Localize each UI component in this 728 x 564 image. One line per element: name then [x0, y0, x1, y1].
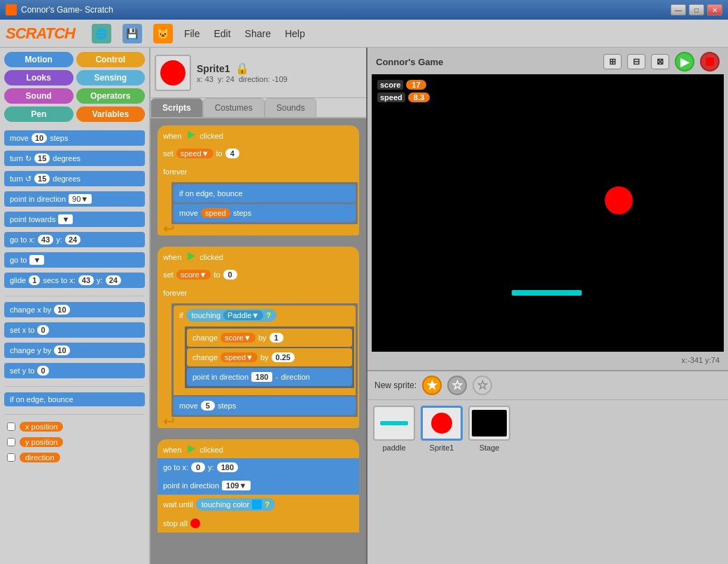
block-change-speed[interactable]: change speed▼ by 0.25	[187, 348, 352, 366]
save-icon[interactable]: 💾	[122, 24, 142, 43]
forever-inner-2: if touching Paddle▼ ? change	[172, 303, 358, 417]
block-move-speed-steps[interactable]: move speed steps	[174, 204, 356, 222]
category-pen[interactable]: Pen	[4, 106, 74, 122]
block-glide[interactable]: glide 1 secs to x: 43 y: 24	[4, 273, 145, 288]
block-when-clicked-2[interactable]: when clicked	[158, 247, 359, 266]
block-direction[interactable]: direction	[4, 451, 145, 464]
category-looks[interactable]: Looks	[4, 70, 74, 85]
tab-scripts[interactable]: Scripts	[150, 98, 203, 117]
block-stop-all[interactable]: stop all	[158, 514, 359, 532]
block-set-speed[interactable]: set speed▼ to 4	[158, 144, 359, 163]
menu-file[interactable]: File	[184, 28, 200, 39]
stop-icon	[706, 57, 714, 66]
stop-button[interactable]	[700, 52, 720, 71]
block-goto-xy[interactable]: go to x: 43 y: 24	[4, 232, 145, 247]
script-area[interactable]: when clicked set speed▼ to 4 forever	[150, 118, 366, 564]
checkbox-direction[interactable]	[7, 453, 15, 462]
block-change-x[interactable]: change x by 10	[4, 302, 145, 317]
block-y-position[interactable]: y position	[4, 436, 145, 448]
menu-edit[interactable]: Edit	[214, 28, 230, 39]
stage-hud: score 17 speed 8.3	[377, 80, 430, 102]
menubar: SCRATCH 🌐 💾 🐱 File Edit Share Help	[0, 20, 728, 48]
forever-bottom-2: ↩	[158, 418, 359, 428]
minimize-button[interactable]: —	[671, 4, 686, 15]
category-control[interactable]: Control	[76, 52, 146, 67]
touching-paddle: touching Paddle▼ ?	[186, 309, 276, 322]
menu-share[interactable]: Share	[245, 28, 271, 39]
block-set-x[interactable]: set x to 0	[4, 322, 145, 338]
block-point-towards[interactable]: point towards ▼	[4, 212, 145, 227]
sprite-label-sprite1: Sprite1	[430, 443, 454, 452]
category-motion[interactable]: Motion	[4, 52, 74, 67]
paddle-visual	[380, 421, 408, 425]
block-point-direction[interactable]: point in direction 90▼	[4, 191, 145, 207]
add-sprite-paint-button[interactable]: ★	[422, 376, 442, 395]
block-change-y[interactable]: change y by 10	[4, 343, 145, 358]
category-variables[interactable]: Variables	[76, 106, 146, 122]
green-flag-icon-1	[186, 131, 195, 141]
sprites-list: paddle Sprite1 Stage	[368, 400, 728, 564]
stage-visual	[472, 410, 507, 436]
block-wait-until-touching-color[interactable]: wait until touching color ?	[158, 495, 359, 514]
lock-icon: 🔒	[235, 62, 249, 75]
block-set-score[interactable]: set score▼ to 0	[158, 266, 359, 284]
sprite-thumb-paddle[interactable]	[373, 406, 415, 441]
red-stop-circle	[190, 518, 200, 528]
block-goto[interactable]: go to ▼	[4, 252, 145, 268]
layout-btn-1[interactable]: ⊞	[603, 54, 622, 69]
stage-canvas: score 17 speed 8.3	[372, 74, 724, 352]
block-point-109[interactable]: point in direction 109▼	[158, 476, 359, 495]
if-body: change score▼ by 1 change speed▼ by 0.25	[174, 325, 356, 390]
app-icon	[6, 4, 17, 15]
block-goto-0-180[interactable]: go to x: 0 y: 180	[158, 458, 359, 476]
color-patch	[252, 500, 262, 509]
block-if-on-edge-bounce-1[interactable]: if on edge, bounce	[174, 184, 356, 202]
tab-sounds[interactable]: Sounds	[265, 98, 317, 117]
block-change-score[interactable]: change score▼ by 1	[187, 329, 352, 347]
block-move[interactable]: move 10 steps	[4, 130, 145, 146]
forever-arrow-2: ↩	[163, 414, 175, 428]
block-turn-ccw[interactable]: turn ↺ 15 degrees	[4, 171, 145, 186]
tab-costumes[interactable]: Costumes	[203, 98, 265, 117]
checkbox-y-position[interactable]	[7, 438, 15, 446]
globe-icon[interactable]: 🌐	[92, 24, 111, 43]
sprite-coords: x: 43 y: 24 direction: -109	[197, 75, 362, 83]
layout-btn-3[interactable]: ⊠	[651, 54, 669, 69]
stage-ball	[605, 186, 633, 214]
sprite-thumb-stage[interactable]	[468, 406, 510, 441]
sprite-thumb-sprite1[interactable]	[421, 406, 463, 441]
script-group-2: when clicked set score▼ to 0 forever	[158, 247, 359, 428]
green-flag-button[interactable]: ▶	[675, 52, 694, 71]
block-x-position[interactable]: x position	[4, 420, 145, 433]
checkbox-x-position[interactable]	[7, 422, 15, 431]
add-sprite-random-button[interactable]: ☆	[447, 376, 467, 395]
sprite-thumbnail	[155, 55, 191, 91]
block-when-clicked-3[interactable]: when clicked	[158, 439, 359, 458]
block-point-direction-180[interactable]: point in direction 180 - direction	[187, 368, 352, 386]
block-if-touching-paddle[interactable]: if touching Paddle▼ ?	[174, 305, 356, 325]
sprite-label-stage: Stage	[479, 443, 500, 452]
block-when-clicked-1[interactable]: when clicked	[158, 125, 359, 144]
category-sensing[interactable]: Sensing	[76, 70, 146, 85]
forever-body-1: if on edge, bounce move speed steps	[158, 181, 359, 226]
menu-help[interactable]: Help	[285, 28, 305, 39]
close-button[interactable]: ✕	[707, 4, 722, 15]
forever-inner-1: if on edge, bounce move speed steps	[172, 182, 358, 224]
maximize-button[interactable]: □	[689, 4, 704, 15]
block-forever-2[interactable]: forever	[158, 284, 359, 302]
stage-title-controls: ⊞ ⊟ ⊠ ▶	[603, 52, 720, 71]
block-if-on-edge-bounce[interactable]: if on edge, bounce	[4, 392, 145, 406]
block-move-5-steps[interactable]: move 5 steps	[174, 397, 356, 415]
block-turn-cw[interactable]: turn ↻ 15 degrees	[4, 151, 145, 166]
add-sprite-file-button[interactable]: ☆	[472, 376, 492, 395]
category-operators[interactable]: Operators	[76, 88, 146, 104]
sprites-header: New sprite: ★ ☆ ☆	[368, 371, 728, 400]
sprite-ball	[160, 60, 186, 85]
speed-value: 8.3	[408, 92, 430, 102]
script-group-1: when clicked set speed▼ to 4 forever	[158, 125, 359, 235]
cat-icon[interactable]: 🐱	[153, 24, 173, 43]
block-forever-1[interactable]: forever	[158, 163, 359, 181]
layout-btn-2[interactable]: ⊟	[627, 54, 645, 69]
category-sound[interactable]: Sound	[4, 88, 74, 104]
block-set-y[interactable]: set y to 0	[4, 363, 145, 378]
